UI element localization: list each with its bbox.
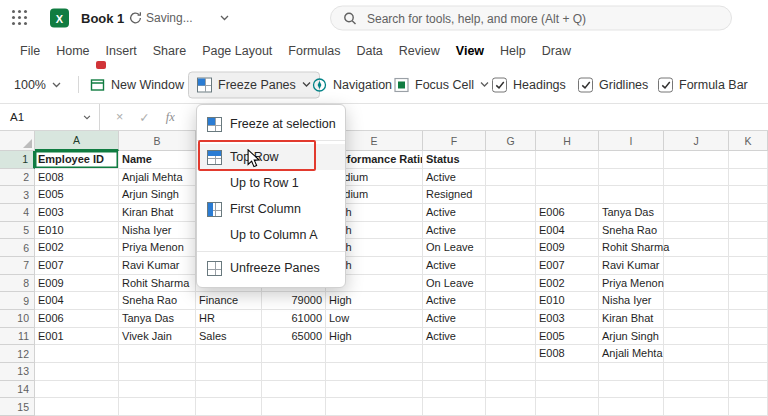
focus-cell-button[interactable]: Focus Cell (394, 77, 489, 92)
grid-cell[interactable] (599, 363, 664, 381)
grid-cell[interactable] (486, 257, 536, 275)
menu-tab-formulas[interactable]: Formulas (288, 44, 340, 58)
grid-cell[interactable] (35, 345, 119, 363)
grid-cell[interactable]: Active (423, 204, 486, 222)
column-header-f[interactable]: F (423, 131, 486, 151)
grid-cell[interactable]: E005 (536, 328, 599, 346)
grid-cell[interactable]: Vivek Jain (119, 328, 196, 346)
column-header-b[interactable]: B (119, 131, 196, 151)
grid-cell[interactable] (664, 363, 729, 381)
grid-cell[interactable] (664, 151, 729, 169)
grid-cell[interactable]: On Leave (423, 239, 486, 257)
app-launcher-button[interactable] (12, 10, 28, 26)
grid-cell[interactable] (262, 381, 326, 399)
grid-cell[interactable] (599, 151, 664, 169)
grid-cell[interactable] (729, 169, 768, 187)
grid-cell[interactable]: High (326, 328, 423, 346)
grid-cell[interactable] (196, 398, 262, 416)
column-header-i[interactable]: I (599, 131, 664, 151)
gridlines-checkbox[interactable]: Gridlines (578, 77, 648, 92)
grid-cell[interactable]: Active (423, 292, 486, 310)
grid-cell[interactable]: Nisha Iyer (119, 222, 196, 240)
navigation-button[interactable]: Navigation (312, 77, 392, 92)
grid-cell[interactable]: Arjun Singh (599, 328, 664, 346)
formula-bar-checkbox[interactable]: Formula Bar (658, 77, 748, 92)
grid-cell[interactable] (664, 328, 729, 346)
grid-cell[interactable] (486, 151, 536, 169)
grid-cell[interactable] (486, 222, 536, 240)
grid-cell[interactable] (536, 381, 599, 399)
grid-cell[interactable] (729, 222, 768, 240)
grid-cell[interactable] (729, 239, 768, 257)
grid-cell[interactable] (664, 275, 729, 293)
grid-cell[interactable]: Sneha Rao (119, 292, 196, 310)
grid-cell[interactable]: Tanya Das (119, 310, 196, 328)
menu-tab-review[interactable]: Review (399, 44, 440, 58)
grid-cell[interactable] (729, 151, 768, 169)
grid-cell[interactable] (729, 328, 768, 346)
grid-cell[interactable] (326, 381, 423, 399)
grid-cell[interactable]: Anjali Mehta (119, 169, 196, 187)
grid-cell[interactable]: Ravi Kumar (599, 257, 664, 275)
column-header-k[interactable]: K (729, 131, 768, 151)
grid-cell[interactable] (486, 169, 536, 187)
grid-cell[interactable] (486, 186, 536, 204)
grid-cell[interactable]: Rohit Sharma (599, 239, 664, 257)
menu-item-unfreeze-panes[interactable]: Unfreeze Panes (197, 255, 345, 281)
grid-cell[interactable]: E007 (536, 257, 599, 275)
grid-cell[interactable]: E004 (35, 292, 119, 310)
row-header-13[interactable]: 13 (0, 363, 35, 381)
search-bar[interactable] (330, 6, 732, 31)
grid-cell[interactable] (664, 169, 729, 187)
grid-cell[interactable]: E004 (536, 222, 599, 240)
grid-cell[interactable] (729, 275, 768, 293)
grid-cell[interactable] (486, 275, 536, 293)
grid-cell[interactable] (599, 169, 664, 187)
grid-cell[interactable]: E003 (35, 204, 119, 222)
grid-cell[interactable]: Active (423, 169, 486, 187)
column-header-h[interactable]: H (536, 131, 599, 151)
grid-cell[interactable]: E001 (35, 328, 119, 346)
new-window-button[interactable]: New Window (90, 77, 184, 92)
grid-cell[interactable] (664, 186, 729, 204)
grid-cell[interactable] (729, 381, 768, 399)
grid-cell[interactable]: Nisha Iyer (599, 292, 664, 310)
row-header-15[interactable]: 15 (0, 398, 35, 416)
grid-cell[interactable]: E010 (536, 292, 599, 310)
grid-cell[interactable] (119, 398, 196, 416)
grid-cell[interactable] (536, 363, 599, 381)
grid-cell[interactable] (196, 363, 262, 381)
grid-cell[interactable] (35, 398, 119, 416)
grid-cell[interactable] (664, 204, 729, 222)
grid-cell[interactable]: Active (423, 222, 486, 240)
row-header-1[interactable]: 1 (0, 151, 35, 169)
grid-cell[interactable] (729, 186, 768, 204)
grid-cell[interactable] (119, 381, 196, 399)
zoom-dropdown[interactable]: 100% (14, 78, 61, 92)
column-header-a[interactable]: A (35, 131, 119, 151)
grid-cell[interactable] (599, 186, 664, 204)
grid-cell[interactable]: E008 (35, 169, 119, 187)
row-header-5[interactable]: 5 (0, 222, 35, 240)
menu-item-up-to-column-a[interactable]: Up to Column A (197, 222, 345, 248)
grid-cell[interactable]: Finance (196, 292, 262, 310)
grid-cell[interactable] (423, 363, 486, 381)
grid-cell[interactable] (326, 363, 423, 381)
grid-cell[interactable]: Resigned (423, 186, 486, 204)
freeze-panes-button[interactable]: Freeze Panes (188, 71, 320, 98)
grid-cell[interactable] (729, 310, 768, 328)
grid-cell[interactable] (262, 345, 326, 363)
headings-checkbox[interactable]: Headings (492, 77, 566, 92)
grid-cell[interactable] (486, 328, 536, 346)
grid-cell[interactable] (729, 204, 768, 222)
grid-cell[interactable] (729, 363, 768, 381)
grid-cell[interactable] (664, 292, 729, 310)
grid-cell[interactable]: Name (119, 151, 196, 169)
title-chevron-down-icon[interactable] (220, 15, 229, 21)
grid-cell[interactable]: On Leave (423, 275, 486, 293)
grid-cell[interactable]: Tanya Das (599, 204, 664, 222)
grid-cell[interactable] (664, 345, 729, 363)
grid-cell[interactable]: 61000 (262, 310, 326, 328)
grid-cell[interactable] (536, 169, 599, 187)
grid-cell[interactable] (664, 381, 729, 399)
